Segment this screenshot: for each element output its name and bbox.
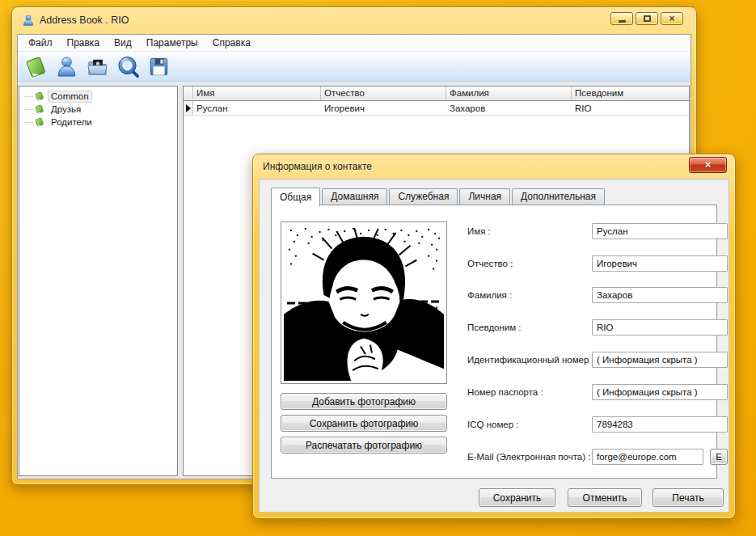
menu-bar: Файл Правка Вид Параметры Справка [18,35,691,52]
groups-tree: Common Друзья Родители [19,86,178,476]
dialog-titlebar[interactable]: Информация о контакте × [253,154,735,179]
contact-photo-image [284,225,444,381]
new-contact-button[interactable] [23,53,49,79]
nickname-label: Псевдоним : [467,323,522,332]
add-photo-button[interactable]: Добавить фотографию [281,393,447,410]
email-action-button[interactable]: E [710,449,728,465]
close-button[interactable]: × [661,12,683,25]
field-row-passport: Номер паспорта : [467,384,728,400]
tab-additional[interactable]: Дополнительная [512,188,605,205]
cell-surname: Захаров [446,103,572,113]
email-input[interactable] [592,449,703,465]
save-icon [147,55,171,78]
table-row[interactable]: Руслан Игоревич Захаров RIO [184,101,689,116]
passport-label: Номер паспорта : [467,387,543,397]
icq-input[interactable] [592,416,728,433]
field-row-id-number: Идентификационный номер : [467,352,728,368]
print-photo-button[interactable]: Распечатать фотографию [281,437,447,454]
patronymic-input[interactable] [592,255,728,272]
contacts-folder-icon [86,55,109,78]
group-leaf-icon [35,117,44,127]
minimize-button[interactable] [610,12,633,25]
tab-work[interactable]: Служебная [389,188,458,205]
cell-nickname: RIO [572,103,689,113]
add-contact-icon [55,55,78,78]
tree-item-common[interactable]: Common [24,90,177,103]
dialog-title: Информация о контакте [263,154,372,179]
menu-view[interactable]: Вид [107,36,139,50]
column-header-nickname[interactable]: Псевдоним [572,87,689,100]
menu-file[interactable]: Файл [21,36,60,50]
window-controls: × [610,12,683,25]
search-icon [116,55,140,78]
main-titlebar[interactable]: Address Book . RIO × [12,7,696,34]
address-book-app-icon [22,14,35,27]
new-contact-icon [24,55,48,78]
contact-photo [281,222,447,384]
group-leaf-icon [35,91,44,101]
maximize-button[interactable] [636,12,658,25]
save-button[interactable]: Сохранить [479,488,555,507]
tab-home[interactable]: Домашняя [322,188,387,205]
contact-info-dialog: Информация о контакте × Общая Домашняя С… [252,154,736,519]
marker-column-header [184,87,193,100]
save-button-toolbar[interactable] [146,53,171,79]
surname-input[interactable] [592,287,728,303]
contacts-folder-button[interactable] [84,53,110,79]
column-header-name[interactable]: Имя [193,87,321,100]
add-contact-button[interactable] [53,53,79,79]
group-leaf-icon [35,104,44,114]
tree-item-label: Common [48,91,92,103]
menu-edit[interactable]: Правка [60,36,108,50]
tab-personal[interactable]: Личная [459,188,510,205]
cancel-button[interactable]: Отменить [568,488,642,507]
cell-patronymic: Игоревич [321,103,446,113]
menu-help[interactable]: Справка [205,36,258,50]
icq-label: ICQ номер : [467,420,518,429]
field-row-name: Имя : [467,223,728,239]
tree-item-friends[interactable]: Друзья [24,103,177,116]
tree-item-label: Родители [48,116,95,129]
menu-options[interactable]: Параметры [139,36,205,50]
main-window-title: Address Book . RIO [40,7,129,33]
save-photo-button[interactable]: Сохранить фотографию [281,415,447,432]
maximize-icon [644,15,651,22]
nickname-input[interactable] [592,319,728,336]
search-button[interactable] [115,53,141,79]
minimize-icon [619,20,626,23]
id-number-input[interactable] [592,352,728,368]
table-header: Имя Отчество Фамилия Псевдоним [184,87,689,101]
tab-page-general: Добавить фотографию Сохранить фотографию… [271,205,717,479]
current-row-marker [184,101,193,115]
name-label: Имя : [467,226,491,236]
field-row-icq: ICQ номер : [467,416,728,433]
name-input[interactable] [592,223,728,239]
passport-input[interactable] [592,384,728,400]
field-row-patronymic: Отчество : [467,255,728,272]
row-arrow-icon [186,104,191,112]
email-label: E-Mail (Электронная почта) : [467,452,590,462]
patronymic-label: Отчество : [467,259,513,268]
close-icon: × [669,13,674,24]
tab-strip: Общая Домашняя Служебная Личная Дополнит… [271,188,606,205]
dialog-close-button[interactable]: × [689,157,727,173]
tab-general[interactable]: Общая [271,188,320,206]
toolbar [18,52,691,82]
surname-label: Фамилия : [467,290,512,300]
tree-item-parents[interactable]: Родители [24,116,177,129]
close-icon: × [705,158,712,171]
dialog-client-area: Общая Домашняя Служебная Личная Дополнит… [259,179,729,513]
column-header-patronymic[interactable]: Отчество [321,87,446,100]
field-row-nickname: Псевдоним : [467,319,728,336]
cell-name: Руслан [193,103,321,113]
id-number-label: Идентификационный номер : [467,355,594,365]
print-button[interactable]: Печать [653,488,724,507]
field-row-surname: Фамилия : [467,287,728,303]
column-header-surname[interactable]: Фамилия [446,87,572,100]
field-row-email: E-Mail (Электронная почта) : E [467,449,728,465]
tree-item-label: Друзья [48,103,84,116]
